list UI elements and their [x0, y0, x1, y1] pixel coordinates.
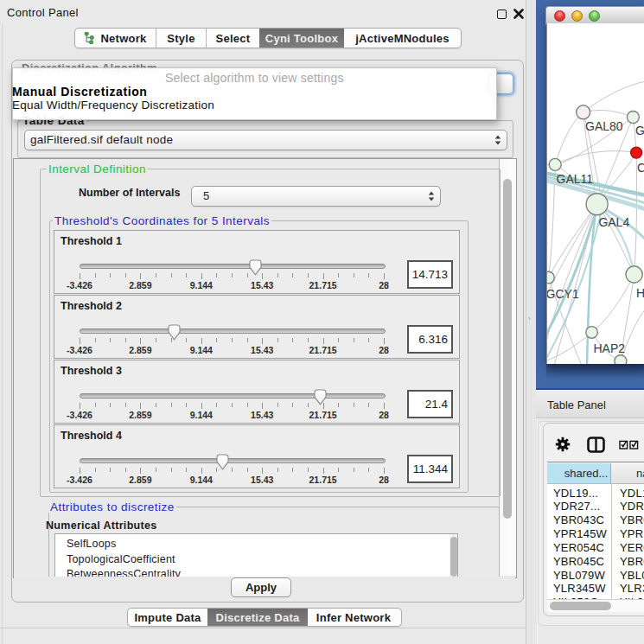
svg-text:GCY1: GCY1	[547, 287, 579, 301]
svg-text:H: H	[636, 286, 644, 300]
svg-text:GAL11: GAL11	[557, 172, 594, 186]
svg-text:HAP2: HAP2	[594, 341, 626, 355]
svg-text:GA: GA	[635, 124, 644, 137]
svg-text:C: C	[637, 161, 644, 175]
svg-text:GAL4: GAL4	[598, 215, 629, 229]
svg-text:GAL80: GAL80	[585, 119, 623, 133]
